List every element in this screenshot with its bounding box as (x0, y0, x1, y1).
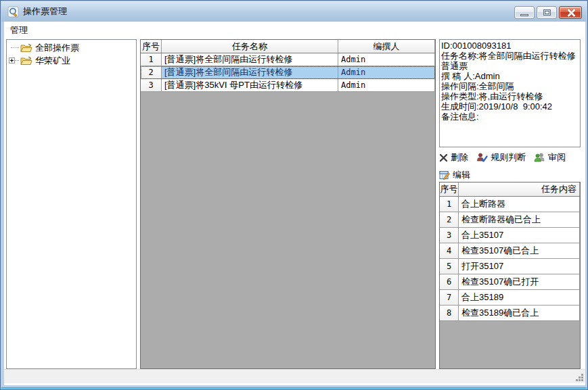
detail-line: 备注信息: (441, 112, 579, 122)
menubar: 管理 (4, 22, 585, 37)
resize-grip[interactable] (574, 372, 584, 382)
task-row-no: 1 (141, 53, 162, 66)
folder-icon (20, 56, 32, 66)
step-row-content: 检查断路器确已合上 (459, 212, 580, 227)
table-row[interactable]: 1[普通票]将全部间隔由运行转检修Admin (141, 53, 435, 66)
table-row[interactable]: 3合上35107 (440, 228, 580, 243)
review-label: 审阅 (548, 151, 566, 164)
task-row-name: [普通票]将全部间隔由运行转检修 (162, 53, 338, 66)
folder-icon (20, 43, 32, 53)
rule-check-button[interactable]: 规则判断 (476, 151, 526, 164)
table-row[interactable]: 2[普通票]将全部间隔由运行转检修Admin (141, 66, 435, 79)
window-bottom-edge (1, 387, 587, 389)
close-button[interactable] (559, 6, 582, 19)
client-area: 管理 全部操作票华荣矿业 序号 任务名称 编撰人 1[普通票]将全部间隔由运行转… (4, 22, 585, 385)
step-row-no: 3 (440, 228, 459, 243)
task-row-author: Admin (338, 79, 435, 91)
steps-table-header: 序号 任务内容 (440, 182, 580, 197)
window-title: 操作票管理 (23, 5, 67, 18)
step-row-content: 打开35107 (459, 259, 580, 274)
task-row-no: 2 (141, 66, 162, 78)
table-row[interactable]: 1合上断路器 (440, 197, 580, 212)
minimize-button[interactable] (514, 6, 535, 19)
ticket-detail-box: ID:001008093181任务名称:将全部间隔由运行转检修 普通票撰 稿 人… (439, 39, 581, 147)
detail-line: 撰 稿 人:Admin (441, 71, 579, 81)
statusbar (4, 369, 585, 383)
tree-connector (15, 60, 19, 61)
step-row-no: 8 (440, 306, 459, 320)
table-row[interactable]: 5打开35107 (440, 259, 580, 274)
detail-line: 操作类型:将,由运行转检修 (441, 91, 579, 101)
task-table: 序号 任务名称 编撰人 1[普通票]将全部间隔由运行转检修Admin2[普通票]… (140, 39, 436, 369)
delete-button[interactable]: 删除 (439, 151, 468, 164)
task-table-header: 序号 任务名称 编撰人 (141, 40, 435, 53)
step-row-content: 合上35107 (459, 228, 580, 243)
task-row-name: [普通票]将全部间隔由运行转检修 (162, 66, 338, 78)
task-row-no: 3 (141, 79, 162, 91)
tree-item-label: 华荣矿业 (35, 55, 70, 67)
delete-label: 删除 (451, 151, 468, 164)
table-row[interactable]: 6检查35107确已打开 (440, 274, 580, 290)
minimize-icon (520, 14, 528, 16)
step-row-no: 5 (440, 259, 459, 274)
table-row[interactable]: 2检查断路器确已合上 (440, 212, 580, 228)
people-icon (534, 153, 545, 162)
task-row-author: Admin (338, 66, 435, 78)
doc-magnifier-icon (7, 6, 19, 18)
step-row-content: 合上断路器 (459, 197, 580, 212)
detail-line: 任务名称:将全部间隔由运行转检修 普通票 (441, 51, 579, 71)
detail-line: 生成时间:2019/10/8 9:00:42 (441, 101, 579, 112)
step-row-content: 检查35107确已合上 (459, 243, 580, 258)
table-row[interactable]: 4检查35107确已合上 (440, 243, 580, 259)
task-row-name: [普通票]将35kVⅠ 母PT由运行转检修 (162, 79, 338, 91)
close-icon (566, 9, 575, 16)
column-header-author[interactable]: 编撰人 (338, 40, 435, 53)
tree-item[interactable]: 全部操作票 (7, 41, 136, 54)
edit-label: 编辑 (453, 169, 470, 181)
step-row-no: 1 (440, 197, 459, 212)
toolbar-row2: 编辑 (439, 168, 584, 182)
titlebar: 操作票管理 (1, 1, 587, 22)
expand-icon[interactable] (9, 57, 15, 64)
tree-item[interactable]: 华荣矿业 (7, 54, 136, 67)
tree-connector (11, 47, 19, 48)
detail-line: ID:001008093181 (441, 41, 579, 51)
column-header-step-no[interactable]: 序号 (440, 182, 459, 196)
table-pencil-icon (439, 170, 450, 180)
maximize-icon (543, 9, 551, 16)
column-header-task-name[interactable]: 任务名称 (162, 40, 338, 53)
column-header-step-content[interactable]: 任务内容 (459, 182, 580, 196)
table-row[interactable]: 3[普通票]将35kVⅠ 母PT由运行转检修Admin (141, 79, 435, 92)
step-row-no: 2 (440, 212, 459, 227)
review-button[interactable]: 审阅 (534, 151, 566, 164)
column-header-no[interactable]: 序号 (141, 40, 162, 53)
x-icon (439, 153, 448, 162)
step-row-content: 合上35189 (459, 290, 580, 305)
step-row-no: 7 (440, 290, 459, 305)
tree-item-label: 全部操作票 (35, 42, 79, 54)
menu-item-manage[interactable]: 管理 (4, 22, 34, 39)
task-row-author: Admin (338, 53, 435, 66)
edit-button[interactable]: 编辑 (439, 169, 470, 181)
maximize-button[interactable] (537, 6, 557, 19)
step-row-no: 4 (440, 243, 459, 258)
step-row-content: 检查35107确已打开 (459, 274, 580, 289)
steps-table: 序号 任务内容 1合上断路器2检查断路器确已合上3合上351074检查35107… (439, 182, 581, 369)
toolbar-row1: 删除 规则判断 审阅 (439, 150, 584, 165)
ticket-tree: 全部操作票华荣矿业 (6, 39, 137, 369)
rule-check-label: 规则判断 (491, 151, 526, 164)
table-row[interactable]: 8检查35189确已合上 (440, 306, 580, 321)
person-check-icon (476, 153, 488, 162)
app-window: 操作票管理 管理 全部操作票华荣矿业 序号 任务名称 编撰人 1[普通票]将全部… (0, 0, 588, 390)
step-row-content: 检查35189确已合上 (459, 306, 580, 320)
table-row[interactable]: 7合上35189 (440, 290, 580, 306)
detail-line: 操作间隔:全部间隔 (441, 81, 579, 91)
step-row-no: 6 (440, 274, 459, 289)
